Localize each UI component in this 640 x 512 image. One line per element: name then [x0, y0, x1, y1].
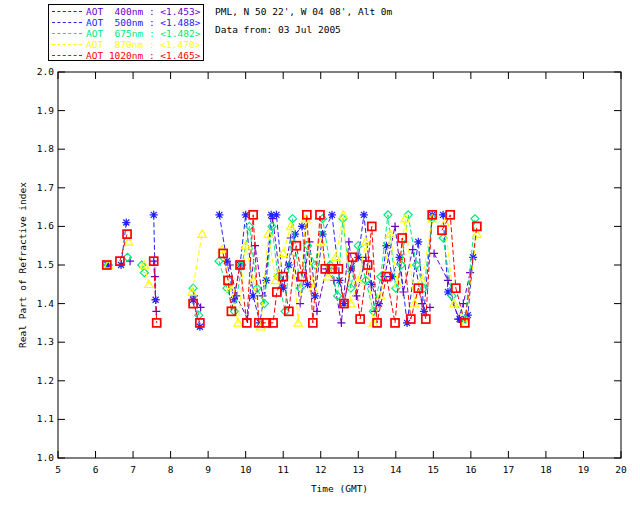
- asterisk-marker-icon: [444, 288, 452, 296]
- y-tick-label: 1.1: [37, 413, 54, 424]
- triangle-marker-icon: [279, 249, 287, 256]
- legend-label: AOT 675nm : <1.482>: [86, 28, 200, 39]
- x-tick-label: 13: [353, 464, 364, 475]
- y-tick-label: 1.3: [37, 336, 54, 347]
- square-marker-icon: [123, 230, 131, 238]
- x-tick-label: 8: [168, 464, 174, 475]
- legend-row-aot-870nm: AOT 870nm : <1.470>: [49, 39, 203, 50]
- legend-box: AOT 400nm : <1.453>AOT 500nm : <1.488>AO…: [48, 4, 204, 61]
- plus-marker-icon: [430, 249, 438, 257]
- series-line: [442, 215, 477, 323]
- y-tick-label: 1.9: [37, 105, 54, 116]
- y-tick-label: 1.4: [37, 298, 54, 309]
- asterisk-marker-icon: [336, 276, 344, 284]
- plus-marker-icon: [409, 246, 417, 254]
- series-line: [443, 219, 475, 319]
- x-tick-label: 7: [130, 464, 136, 475]
- x-axis-label: Time (GMT): [58, 483, 621, 494]
- y-tick-label: 1.6: [37, 220, 54, 231]
- x-tick-label: 6: [93, 464, 99, 475]
- plus-marker-icon: [391, 222, 399, 230]
- x-tick-label: 14: [390, 464, 402, 475]
- chart-svg: 5678910111213141516171819201.01.11.21.31…: [0, 0, 640, 512]
- legend-label: AOT 1020nm : <1.465>: [86, 50, 200, 61]
- asterisk-marker-icon: [328, 211, 336, 219]
- x-tick-label: 15: [428, 464, 439, 475]
- asterisk-marker-icon: [150, 211, 158, 219]
- legend-dash-sample: [52, 11, 82, 12]
- legend-dash-sample: [52, 44, 82, 45]
- legend-dash-sample: [52, 55, 82, 56]
- legend-label: AOT 870nm : <1.470>: [86, 39, 200, 50]
- x-tick-label: 17: [503, 464, 514, 475]
- x-tick-label: 12: [315, 464, 326, 475]
- legend-dash-sample: [52, 33, 82, 34]
- legend-dash-sample: [52, 22, 82, 23]
- plot-subtitle: Data from: 03 Jul 2005: [215, 24, 341, 35]
- asterisk-marker-icon: [291, 230, 299, 238]
- legend-row-aot-500nm: AOT 500nm : <1.488>: [49, 17, 203, 28]
- asterisk-marker-icon: [215, 211, 223, 219]
- series-line: [192, 234, 202, 292]
- legend-label: AOT 500nm : <1.488>: [86, 17, 200, 28]
- y-axis-label: Real Part of Refractive index: [17, 115, 29, 415]
- series-line: [443, 215, 473, 319]
- legend-row-aot-400nm: AOT 400nm : <1.453>: [49, 6, 203, 17]
- y-tick-label: 1.5: [37, 259, 54, 270]
- asterisk-marker-icon: [272, 211, 280, 219]
- legend-row-aot-1020nm: AOT 1020nm : <1.465>: [49, 50, 203, 61]
- asterisk-marker-icon: [414, 238, 422, 246]
- asterisk-marker-icon: [122, 219, 130, 227]
- x-tick-label: 9: [205, 464, 211, 475]
- y-tick-label: 2.0: [37, 66, 54, 77]
- x-tick-label: 11: [277, 464, 289, 475]
- y-tick-label: 1.8: [37, 143, 54, 154]
- x-tick-label: 16: [465, 464, 477, 475]
- x-tick-label: 5: [55, 464, 61, 475]
- y-tick-label: 1.7: [37, 182, 54, 193]
- asterisk-marker-icon: [360, 211, 368, 219]
- legend-label: AOT 400nm : <1.453>: [86, 6, 200, 17]
- x-tick-label: 19: [578, 464, 590, 475]
- plus-marker-icon: [337, 319, 345, 327]
- x-tick-label: 10: [240, 464, 252, 475]
- legend-row-aot-675nm: AOT 675nm : <1.482>: [49, 28, 203, 39]
- y-tick-label: 1.2: [37, 375, 54, 386]
- chart-container: 5678910111213141516171819201.01.11.21.31…: [0, 0, 640, 512]
- x-tick-label: 18: [540, 464, 552, 475]
- x-tick-label: 20: [615, 464, 627, 475]
- plot-title: PML, N 50 22', W 04 08', Alt 0m: [215, 6, 392, 17]
- y-tick-label: 1.0: [37, 452, 54, 463]
